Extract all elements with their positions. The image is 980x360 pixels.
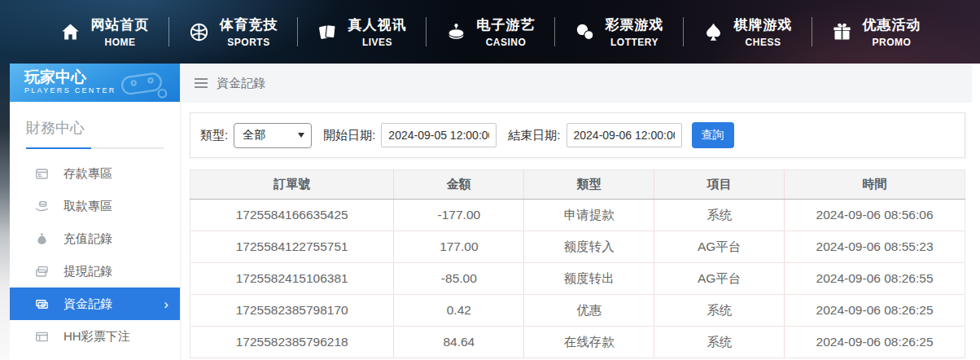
sidebar-item-label: 存款專區 [63,166,112,182]
table-cell: 在线存款 [524,327,654,358]
table-cell: 申请提款 [524,200,654,231]
table-cell: 1725582385798170 [190,295,394,327]
sports-icon [188,21,210,43]
table-cell: 1725584122755751 [190,231,394,263]
table-row: 1725582415106381-85.00额度转出AG平台2024-09-06… [190,263,965,295]
nav-divider [297,17,298,46]
start-date-input[interactable] [381,123,497,147]
sidebar-item-recharge-record[interactable]: 充值記錄 [10,222,180,255]
recharge-icon [34,231,50,247]
table-cell: 系统 [654,327,785,358]
gamepad-icon [118,65,170,101]
sidebar-item-hh-lottery-bet[interactable]: HH彩票下注 [10,320,180,353]
sidebar-item-label: 取款專區 [63,199,112,214]
table-cell: -177.00 [394,200,524,231]
nav-divider [168,17,169,46]
nav-divider [683,17,684,46]
menu-icon[interactable] [194,77,208,89]
nav-label-zh: 网站首页 [91,15,150,34]
nav-label-en: PROMO [873,37,912,48]
table-cell: 84.64 [394,327,524,358]
table-cell: 优惠 [524,295,654,327]
column-header: 類型 [524,170,654,200]
sidebar-item-room-bet-record[interactable]: 廳室投註記錄 [10,353,180,360]
breadcrumb-label: 資金記錄 [217,76,265,91]
page-background-strip [0,64,10,360]
roulette-icon [445,21,467,43]
table-header-row: 訂單號金額類型項目時間 [190,170,965,200]
nav-item-text: 彩票游戏LOTTERY [606,15,664,48]
nav-item-lives[interactable]: 真人视讯LIVES [317,15,407,48]
main-inner: 類型: 全部 開始日期: 結束日期: 查詢 訂 [181,103,980,358]
nav-label-zh: 体育竞技 [220,15,278,34]
breadcrumb: 資金記錄 [181,64,972,103]
nav-divider [554,17,555,46]
type-select-value: 全部 [243,128,265,143]
funds-table: 訂單號金額類型項目時間 1725584166635425-177.00申请提款系… [190,169,965,358]
column-header: 金額 [394,170,524,200]
end-date-label: 結束日期: [508,128,560,143]
nav-label-en: CASINO [486,37,527,48]
table-cell: 1725582385796218 [190,327,394,358]
sidebar-item-cashout-record[interactable]: 提現記錄 [10,255,180,288]
table-cell: 2024-09-06 08:26:25 [785,295,965,327]
lottery-icon [574,21,596,43]
sidebar-item-withdraw-zone[interactable]: 取款專區 [10,190,180,222]
table-cell: 系统 [654,295,785,327]
nav-item-home[interactable]: 网站首页HOME [59,15,150,48]
nav-item-lottery[interactable]: 彩票游戏LOTTERY [574,15,664,48]
section-divider [26,147,164,149]
table-cell: 2024-09-06 08:26:55 [785,263,965,295]
table-cell: AG平台 [654,263,785,295]
funds-icon [34,296,50,312]
table-row: 1725584166635425-177.00申请提款系统2024-09-06 … [190,200,965,231]
finance-center-heading: 財務中心 [26,118,180,138]
table-cell: 额度转入 [524,231,654,263]
column-header: 項目 [654,170,785,200]
deposit-icon [34,166,50,182]
type-select[interactable]: 全部 [234,123,312,148]
nav-label-en: LIVES [362,37,392,48]
column-header: 時間 [785,170,965,200]
nav-label-zh: 真人视讯 [348,15,407,34]
gift-icon [831,21,853,43]
players-center-header: 玩家中心 PLAYERS CENTER [10,64,180,102]
table-cell: -85.00 [394,263,524,295]
end-date-input[interactable] [567,123,682,147]
nav-item-casino[interactable]: 电子游艺CASINO [445,15,536,48]
search-button[interactable]: 查詢 [692,122,734,148]
filter-bar: 類型: 全部 開始日期: 結束日期: 查詢 [190,112,965,158]
nav-label-zh: 电子游艺 [477,15,536,34]
main-nav: 网站首页HOME体育竞技SPORTS真人视讯LIVES电子游艺CASINO彩票游… [59,15,921,48]
table-cell: 2024-09-06 08:56:06 [785,200,965,231]
top-nav: 网站首页HOME体育竞技SPORTS真人视讯LIVES电子游艺CASINO彩票游… [0,0,980,64]
sidebar-item-label: 提現記錄 [63,264,112,279]
main-panel: 資金記錄 類型: 全部 開始日期: 結束日期: 查詢 [181,64,980,360]
table-cell: 额度转出 [524,263,654,295]
column-header: 訂單號 [190,170,394,200]
table-cell: 177.00 [394,231,524,263]
sidebar-item-deposit-zone[interactable]: 存款專區 [10,157,180,190]
sidebar-item-label: 資金記錄 [63,296,112,312]
sidebar-item-funds-record[interactable]: 資金記錄› [10,288,180,320]
nav-label-en: LOTTERY [610,37,658,48]
nav-label-en: SPORTS [227,37,269,48]
table-cell: 0.42 [394,295,524,327]
sidebar: 玩家中心 PLAYERS CENTER 財務中心 存款專區取款專區充值記錄提現記… [10,64,181,360]
nav-item-sports[interactable]: 体育竞技SPORTS [188,15,278,48]
table-row: 172558238579621884.64在线存款系统2024-09-06 08… [190,327,965,358]
table-row: 1725584122755751177.00额度转入AG平台2024-09-06… [190,231,965,263]
nav-item-text: 真人视讯LIVES [348,15,407,48]
nav-divider [812,17,812,46]
chevron-right-icon: › [164,297,168,311]
nav-label-zh: 优惠活动 [863,15,921,34]
nav-item-text: 棋牌游戏CHESS [734,15,793,48]
nav-label-zh: 彩票游戏 [606,15,664,34]
table-row: 17255823857981700.42优惠系统2024-09-06 08:26… [190,295,965,327]
nav-item-chess[interactable]: 棋牌游戏CHESS [702,15,793,48]
nav-item-promo[interactable]: 优惠活动PROMO [831,15,921,48]
start-date-label: 開始日期: [323,128,375,143]
lottery-bet-icon [34,329,50,345]
chevron-down-icon [298,133,304,138]
table-cell: 1725582415106381 [190,263,394,295]
